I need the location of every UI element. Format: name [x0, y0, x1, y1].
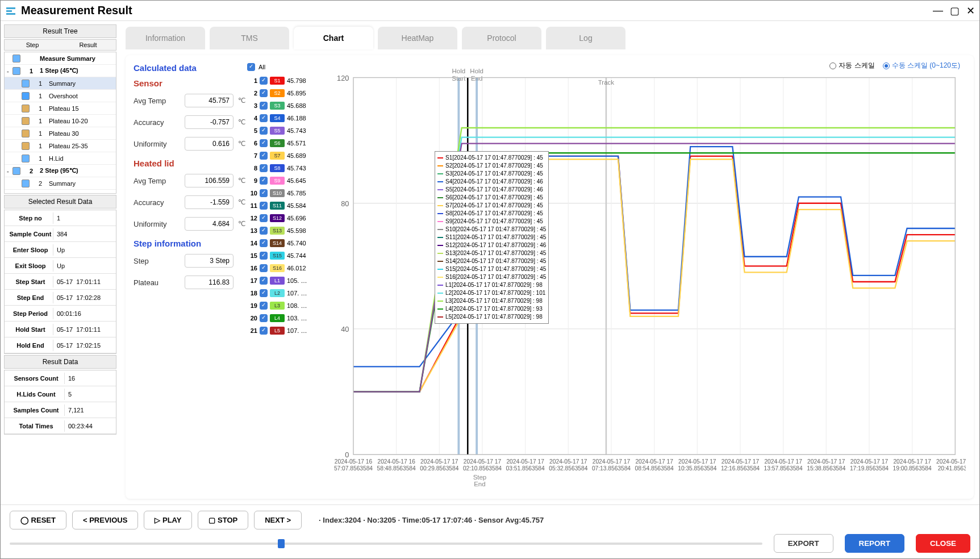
legend-checkbox[interactable]: [260, 214, 268, 222]
tree-row[interactable]: -11 Step (45℃): [5, 65, 116, 77]
legend-checkbox[interactable]: [260, 302, 268, 310]
tree-row[interactable]: 1Plateau 10-20: [5, 115, 116, 127]
legend-item[interactable]: 10S1045.785: [247, 187, 321, 199]
legend-item[interactable]: 19L3108. …: [247, 299, 321, 312]
legend-item[interactable]: 20L4103. …: [247, 312, 321, 324]
legend-item[interactable]: 14S1445.740: [247, 237, 321, 249]
kv-value[interactable]: [67, 374, 114, 383]
kv-value[interactable]: [67, 422, 114, 431]
legend-checkbox[interactable]: [260, 327, 268, 335]
legend-checkbox[interactable]: [260, 264, 268, 272]
legend-item[interactable]: 12S1245.696: [247, 212, 321, 224]
svg-rect-2: [6, 13, 15, 15]
scale-manual-radio[interactable]: 수동 스케일 (0~120도): [883, 61, 960, 70]
legend-item[interactable]: 1S145.798: [247, 74, 321, 87]
tree-row[interactable]: 1Plateau 15: [5, 102, 116, 115]
next-button[interactable]: NEXT >: [254, 511, 302, 529]
legend-item[interactable]: 3S345.688: [247, 99, 321, 112]
reset-button[interactable]: ◯ RESET: [10, 511, 66, 529]
legend-item[interactable]: 4S446.188: [247, 112, 321, 124]
maximize-icon[interactable]: ▢: [950, 5, 960, 17]
legend-checkbox[interactable]: [260, 189, 268, 197]
legend-checkbox[interactable]: [260, 102, 268, 110]
kv-row: Step End: [5, 290, 116, 306]
kv-row: Sample Count: [5, 226, 116, 242]
kv-value[interactable]: [56, 261, 114, 270]
legend-checkbox[interactable]: [260, 289, 268, 297]
kv-value[interactable]: [56, 325, 114, 334]
legend-item[interactable]: 7S745.689: [247, 149, 321, 162]
legend-checkbox[interactable]: [260, 177, 268, 185]
tree-item-icon: [22, 80, 30, 87]
tab-log[interactable]: Log: [546, 27, 625, 49]
legend-item[interactable]: 15S1545.744: [247, 249, 321, 262]
playback-status: · Index:3204 · No:3205 · Time:05-17 17:0…: [307, 516, 970, 524]
chart-plot[interactable]: 040801202024-05-17 1657:07.85635842024-0…: [321, 63, 966, 491]
tab-chart[interactable]: Chart: [294, 27, 373, 49]
legend-checkbox[interactable]: [260, 114, 268, 122]
svg-text:2024-05-17 17: 2024-05-17 17: [850, 458, 889, 465]
tree-row[interactable]: Measure Summary: [5, 52, 116, 65]
result-tree[interactable]: Measure Summary-11 Step (45℃)1Summary1Ov…: [4, 52, 116, 194]
legend-item[interactable]: 16S1646.012: [247, 262, 321, 274]
tree-row[interactable]: 1Plateau 30: [5, 127, 116, 140]
minimize-icon[interactable]: —: [933, 5, 943, 17]
legend-checkbox[interactable]: [260, 127, 268, 135]
kv-value[interactable]: [56, 245, 114, 255]
play-button[interactable]: ▷ PLAY: [144, 511, 192, 529]
legend-checkbox[interactable]: [260, 139, 268, 147]
kv-value[interactable]: [56, 230, 114, 239]
legend-checkbox[interactable]: [260, 252, 268, 260]
scale-auto-radio[interactable]: 자동 스케일: [829, 61, 874, 70]
tab-protocol[interactable]: Protocol: [462, 27, 541, 49]
tree-row[interactable]: 2Summary: [5, 177, 116, 190]
tree-row[interactable]: 1Plateau 25-35: [5, 140, 116, 152]
slider-thumb[interactable]: [278, 539, 285, 548]
stop-button[interactable]: ▢ STOP: [198, 511, 248, 529]
previous-button[interactable]: < PREVIOUS: [72, 511, 138, 529]
kv-value[interactable]: [56, 293, 114, 302]
svg-text:End: End: [474, 481, 485, 487]
legend-checkbox[interactable]: [260, 202, 268, 210]
close-icon[interactable]: ✕: [966, 5, 975, 17]
tree-row[interactable]: 1H.Lid: [5, 152, 116, 165]
legend-checkbox[interactable]: [260, 277, 268, 285]
kv-value[interactable]: [56, 309, 114, 318]
legend-checkbox[interactable]: [260, 89, 268, 97]
legend-item[interactable]: 5S545.743: [247, 124, 321, 137]
lid-uniformity: 4.684: [185, 217, 233, 231]
legend-checkbox[interactable]: [260, 77, 268, 85]
legend-item[interactable]: 13S1345.598: [247, 224, 321, 237]
legend-item[interactable]: 11S1145.584: [247, 199, 321, 212]
legend-item[interactable]: 17L1105. …: [247, 274, 321, 287]
legend-item[interactable]: 6S645.571: [247, 137, 321, 149]
tree-row[interactable]: 1Overshoot: [5, 90, 116, 102]
kv-value[interactable]: [56, 341, 114, 350]
legend-all-toggle[interactable]: ✓ All: [247, 63, 321, 71]
legend-item[interactable]: 21L5107. …: [247, 324, 321, 337]
svg-text:2024-05-17 17: 2024-05-17 17: [464, 458, 502, 465]
legend-item[interactable]: 18L2107. …: [247, 287, 321, 299]
legend-checkbox[interactable]: [260, 164, 268, 172]
kv-value[interactable]: [56, 277, 114, 286]
legend-checkbox[interactable]: [260, 314, 268, 322]
tab-tms[interactable]: TMS: [210, 27, 289, 49]
kv-value[interactable]: [67, 406, 114, 415]
export-button[interactable]: EXPORT: [774, 534, 833, 553]
tab-information[interactable]: Information: [126, 27, 205, 49]
kv-value[interactable]: [56, 214, 114, 223]
kv-value[interactable]: [67, 390, 114, 399]
tab-heatmap[interactable]: HeatMap: [378, 27, 457, 49]
tree-row[interactable]: 1Summary: [5, 77, 116, 90]
legend-item[interactable]: 2S245.895: [247, 87, 321, 99]
svg-text:20:41.8563…: 20:41.8563…: [938, 465, 966, 472]
legend-checkbox[interactable]: [260, 227, 268, 235]
report-button[interactable]: REPORT: [845, 534, 905, 553]
legend-checkbox[interactable]: [260, 239, 268, 247]
close-button[interactable]: CLOSE: [916, 534, 970, 553]
legend-item[interactable]: 9S945.645: [247, 174, 321, 187]
legend-item[interactable]: 8S845.743: [247, 162, 321, 174]
tree-row[interactable]: -22 Step (95℃): [5, 165, 116, 177]
legend-checkbox[interactable]: [260, 152, 268, 160]
playback-slider[interactable]: [10, 543, 762, 545]
